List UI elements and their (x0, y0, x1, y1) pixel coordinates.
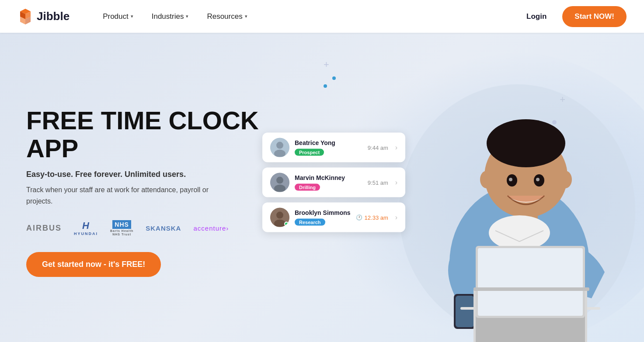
brand-nhs: NHS Barts HealthNHS Trust (110, 220, 133, 237)
card-name-2: Marvin McKinney (295, 174, 362, 181)
logo[interactable]: Jibble (17, 9, 70, 24)
svg-point-28 (536, 178, 540, 181)
deco-dot-1 (332, 76, 336, 80)
nav-right: Login Start NOW! (519, 6, 627, 27)
card-name-3: Brooklyn Simmons (295, 209, 351, 216)
svg-rect-15 (456, 296, 474, 327)
nav-links: Product ▾ Industries ▾ Resources ▾ (96, 9, 519, 24)
card-badge-3: Research (295, 219, 325, 226)
svg-point-13 (489, 215, 550, 250)
brand-logos: AIRBUS H HYUNDAI NHS Barts HealthNHS Tru… (26, 220, 271, 237)
nav-item-product[interactable]: Product ▾ (96, 9, 140, 24)
avatar-status-3 (284, 222, 289, 226)
svg-point-24 (559, 171, 572, 188)
clock-card-2: Marvin McKinney Drilling 9:51 am › (262, 168, 405, 197)
clock-card-3: Brooklyn Simmons Research 🕐 12.33 am › (262, 203, 405, 232)
card-badge-2: Drilling (295, 184, 320, 191)
person-svg (390, 45, 644, 342)
brand-skanska: SKANSKA (146, 225, 181, 232)
cta-button[interactable]: Get started now - it's FREE! (26, 252, 161, 277)
card-time-2: 9:51 am (368, 179, 388, 186)
avatar-3 (270, 208, 289, 227)
brand-accenture: accenture› (193, 225, 229, 232)
card-time-1: 9:44 am (368, 144, 388, 151)
nav-item-resources[interactable]: Resources ▾ (200, 9, 254, 24)
svg-point-23 (480, 171, 493, 188)
deco-dot-2 (324, 84, 327, 88)
hero-section: FREE TIME CLOCK APP Easy-to-use. Free fo… (0, 33, 644, 342)
logo-text: Jibble (37, 10, 70, 23)
svg-point-1 (276, 142, 283, 149)
chevron-down-icon: ▾ (186, 14, 188, 19)
hero-subheading: Easy-to-use. Free forever. Unlimited use… (26, 170, 271, 179)
svg-point-27 (509, 178, 512, 181)
svg-point-22 (487, 119, 565, 167)
svg-rect-20 (478, 248, 583, 316)
avatar-image-2 (270, 173, 289, 192)
card-name-1: Beatrice Yong (295, 139, 362, 146)
chevron-down-icon: ▾ (131, 14, 133, 19)
clock-card-1: Beatrice Yong Prospect 9:44 am › (262, 133, 405, 162)
brand-airbus: AIRBUS (26, 224, 62, 233)
navbar: Jibble Product ▾ Industries ▾ Resources … (0, 0, 644, 33)
avatar-image-1 (270, 138, 289, 157)
card-arrow-3: › (395, 214, 397, 221)
card-arrow-2: › (395, 179, 397, 187)
card-time-3: 🕐 12.33 am (356, 214, 388, 221)
avatar-1 (270, 138, 289, 157)
svg-point-7 (276, 212, 283, 219)
clock-icon: 🕐 (356, 214, 362, 221)
hero-right: + + Beatrice Yong Prospect (271, 33, 644, 342)
avatar-2 (270, 173, 289, 192)
clock-cards: Beatrice Yong Prospect 9:44 am › (262, 133, 405, 232)
card-info-3: Brooklyn Simmons Research (295, 209, 351, 226)
chevron-down-icon: ▾ (245, 14, 247, 19)
start-now-button[interactable]: Start NOW! (562, 6, 627, 27)
login-button[interactable]: Login (519, 9, 553, 24)
deco-plus-1: + (324, 59, 329, 70)
card-info-1: Beatrice Yong Prospect (295, 139, 362, 156)
jibble-icon (17, 9, 33, 24)
svg-point-4 (276, 177, 283, 184)
hero-description: Track when your staff are at work for at… (26, 184, 236, 207)
person-illustration (390, 45, 644, 342)
card-arrow-1: › (395, 144, 397, 152)
nav-item-industries[interactable]: Industries ▾ (145, 9, 196, 24)
svg-rect-21 (473, 287, 589, 291)
hero-heading: FREE TIME CLOCK APP (26, 107, 271, 162)
brand-hyundai: H HYUNDAI (74, 220, 98, 236)
card-info-2: Marvin McKinney Drilling (295, 174, 362, 191)
card-badge-1: Prospect (295, 149, 324, 156)
hero-left: FREE TIME CLOCK APP Easy-to-use. Free fo… (26, 33, 271, 342)
